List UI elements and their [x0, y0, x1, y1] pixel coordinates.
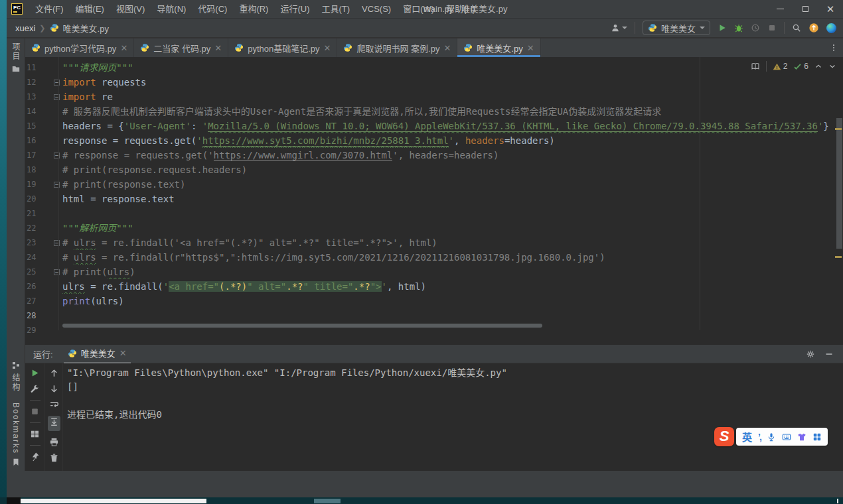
- line-number[interactable]: 12: [25, 75, 36, 90]
- line-number[interactable]: 15: [25, 119, 36, 133]
- code-line-19[interactable]: 19−# print(response.text): [25, 177, 843, 192]
- close-tab-icon[interactable]: ✕: [324, 43, 331, 53]
- code-line-22[interactable]: 22"""解析网页""": [25, 221, 843, 235]
- editor-tab-2[interactable]: python基础笔记.py✕: [228, 38, 337, 57]
- clear-all-icon[interactable]: [49, 453, 59, 463]
- line-number[interactable]: 26: [25, 279, 36, 294]
- close-button[interactable]: ✕: [818, 0, 843, 19]
- close-tab-icon[interactable]: ✕: [527, 43, 534, 53]
- gear-icon[interactable]: [806, 349, 815, 359]
- sidebar-item-structure[interactable]: 结构: [10, 361, 21, 392]
- code-line-18[interactable]: 18# print(response.request.headers): [25, 162, 843, 177]
- code-line-14[interactable]: 14# 服务器反爬虫机制会判断客户端请求头中的User-Agent是否来源于真是…: [25, 104, 843, 119]
- editor-tab-4[interactable]: 唯美美女.py✕: [457, 38, 540, 57]
- menu-item-3[interactable]: 导航(N): [151, 0, 192, 19]
- breadcrumb-project[interactable]: xuexi: [15, 23, 35, 33]
- close-tab-icon[interactable]: ✕: [120, 43, 127, 53]
- line-number[interactable]: 27: [25, 294, 36, 308]
- next-problem-button[interactable]: [828, 62, 836, 70]
- down-stack-trace-icon[interactable]: [49, 384, 59, 394]
- code-line-28[interactable]: 28: [25, 308, 843, 323]
- editor-tab-0[interactable]: python学习代码.py✕: [25, 38, 134, 57]
- scrollbar-warning-mark[interactable]: [835, 128, 842, 130]
- line-number[interactable]: 17: [25, 148, 36, 162]
- menu-item-6[interactable]: 运行(U): [274, 0, 315, 19]
- editor-tab-1[interactable]: 二当家 代码.py✕: [134, 38, 228, 57]
- line-number[interactable]: 24: [25, 250, 36, 265]
- run-console[interactable]: "I:\Program Files\Python\python.exe" "I:…: [63, 363, 843, 471]
- line-number[interactable]: 13: [25, 90, 36, 104]
- learn-ide-icon[interactable]: [826, 23, 836, 33]
- close-icon[interactable]: ✕: [119, 348, 127, 358]
- minimize-button[interactable]: [767, 0, 793, 19]
- print-icon[interactable]: [49, 437, 59, 447]
- profiler-button[interactable]: [751, 23, 760, 32]
- run-button[interactable]: [718, 23, 727, 32]
- code-line-27[interactable]: 27print(ulrs): [25, 294, 843, 308]
- stop-button[interactable]: [767, 23, 777, 32]
- reader-mode-icon[interactable]: [751, 62, 760, 71]
- scroll-to-end-button[interactable]: [48, 416, 60, 431]
- restore-layout-icon[interactable]: [30, 429, 40, 439]
- menu-item-0[interactable]: 文件(F): [29, 0, 70, 19]
- line-number[interactable]: 18: [25, 162, 36, 177]
- line-number[interactable]: 11: [25, 60, 36, 75]
- pin-tab-icon[interactable]: [30, 452, 40, 462]
- line-number[interactable]: 25: [25, 265, 36, 279]
- toolbox-icon[interactable]: [812, 432, 822, 442]
- maximize-button[interactable]: [793, 0, 818, 19]
- tab-options-button[interactable]: [830, 38, 843, 57]
- code-line-11[interactable]: 11"""请求网页""": [25, 60, 843, 75]
- typos-indicator[interactable]: 6: [793, 62, 808, 71]
- line-number[interactable]: 16: [25, 133, 36, 148]
- menu-item-2[interactable]: 视图(V): [110, 0, 151, 19]
- scrollbar-warning-mark[interactable]: [835, 256, 842, 258]
- stop-button[interactable]: [30, 407, 40, 416]
- search-everywhere-button[interactable]: [792, 23, 801, 32]
- code-line-23[interactable]: 23−# ulrs = re.findall('<a href="(.*?)" …: [25, 235, 843, 250]
- code-line-24[interactable]: 24# ulrs = re.findall(r"https$",":htmls:…: [25, 250, 843, 265]
- hide-panel-button[interactable]: [824, 349, 834, 359]
- sidebar-item-project[interactable]: 项目: [10, 42, 21, 74]
- sogou-logo-icon[interactable]: S: [714, 427, 734, 446]
- sidebar-item-bookmarks[interactable]: Bookmarks: [11, 403, 21, 467]
- debug-button[interactable]: [734, 23, 743, 32]
- code-line-15[interactable]: 15headers = {'User-Agent': 'Mozilla/5.0 …: [25, 119, 843, 133]
- close-tab-icon[interactable]: ✕: [214, 43, 222, 53]
- line-number[interactable]: 14: [25, 104, 36, 119]
- run-tab[interactable]: 唯美美女 ✕: [64, 345, 131, 363]
- code-line-12[interactable]: 12−import requests: [25, 75, 843, 90]
- line-number[interactable]: 28: [25, 308, 36, 323]
- line-number[interactable]: 20: [25, 192, 36, 206]
- keyboard-icon[interactable]: [782, 432, 791, 442]
- menu-item-5[interactable]: 重构(R): [233, 0, 274, 19]
- code-editor[interactable]: 11"""请求网页"""12−import requests13−import …: [25, 57, 843, 345]
- warnings-indicator[interactable]: 2: [773, 62, 788, 71]
- line-number[interactable]: 29: [25, 323, 36, 338]
- horizontal-scrollbar[interactable]: [62, 324, 542, 328]
- line-number[interactable]: 22: [25, 221, 36, 235]
- code-line-21[interactable]: 21: [25, 206, 843, 221]
- soft-wrap-icon[interactable]: [49, 400, 59, 410]
- ime-language-toggle[interactable]: 英: [742, 430, 752, 444]
- code-line-26[interactable]: 26ulrs = re.findall('<a href="(.*?)" alt…: [25, 279, 843, 294]
- microphone-icon[interactable]: [767, 432, 776, 442]
- close-tab-icon[interactable]: ✕: [443, 43, 451, 53]
- code-line-13[interactable]: 13−import re: [25, 90, 843, 104]
- code-line-16[interactable]: 16response = requests.get('https://www.s…: [25, 133, 843, 148]
- run-config-selector[interactable]: 唯美美女: [643, 21, 710, 35]
- line-number[interactable]: 19: [25, 177, 36, 192]
- update-button[interactable]: [808, 23, 819, 33]
- breadcrumb-file[interactable]: 唯美美女.py: [63, 22, 109, 34]
- menu-item-4[interactable]: 代码(C): [192, 0, 233, 19]
- skin-icon[interactable]: [797, 432, 806, 442]
- code-line-17[interactable]: 17−# response = requests.get('https://ww…: [25, 148, 843, 162]
- up-stack-trace-icon[interactable]: [49, 368, 59, 378]
- user-menu[interactable]: [611, 23, 627, 32]
- code-line-20[interactable]: 20html = response.text: [25, 192, 843, 206]
- line-number[interactable]: 21: [25, 206, 36, 221]
- line-number[interactable]: 23: [25, 235, 36, 250]
- vertical-scrollbar[interactable]: [836, 118, 842, 249]
- settings-wrench-icon[interactable]: [30, 384, 40, 394]
- editor-tab-3[interactable]: 爬取说明书网 案例.py✕: [337, 38, 457, 57]
